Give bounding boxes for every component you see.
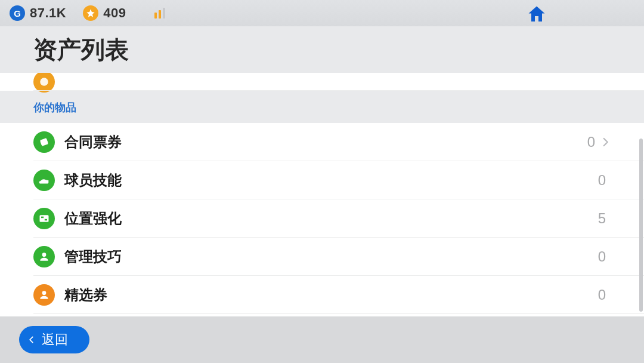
list-item[interactable]: 管理技巧0 [0,238,644,276]
position-icon [33,208,55,229]
asset-list: 你的物品 合同票券0球员技能0位置强化5管理技巧0精选券0 [0,73,644,316]
chevron-right-icon [600,134,611,150]
g-coin-icon: G [10,5,25,21]
bottom-bar: 返回 [0,316,644,363]
list-item-value: 0 [594,287,606,303]
svg-rect-2 [40,215,49,222]
chevron-left-icon [27,333,36,346]
svg-point-5 [42,253,47,257]
list-item[interactable]: 位置强化5 [0,199,644,238]
home-button[interactable] [525,4,549,25]
list-item-label: 精选券 [64,285,594,304]
list-item-value: 5 [594,210,606,227]
page-title: 资产列表 [33,33,129,66]
signal-icon [154,8,165,19]
currency-star: 409 [83,5,126,21]
boot-icon [33,170,55,191]
list-item-label: 合同票券 [64,133,583,152]
svg-point-0 [40,78,48,86]
list-item-value: 0 [583,134,595,150]
list-item[interactable]: 合同票券0 [0,123,644,161]
section-header-your-items: 你的物品 [0,91,644,123]
page-header: 资产列表 [0,26,644,73]
list-item-label: 管理技巧 [64,247,594,266]
ticket-icon [33,131,55,153]
list-item[interactable]: 球员技能0 [0,161,644,199]
svg-rect-1 [40,139,48,146]
list-item-partial[interactable] [0,73,644,91]
scrollbar[interactable] [639,139,643,312]
back-button[interactable]: 返回 [19,326,89,353]
currency-g: G 87.1K [10,5,66,21]
svg-rect-4 [45,219,47,221]
back-button-label: 返回 [42,331,68,349]
featured-icon [33,284,55,306]
list-item-label: 位置强化 [64,209,594,228]
currency-g-value: 87.1K [30,5,66,21]
currency-star-value: 409 [103,5,126,21]
star-coin-icon [83,5,98,21]
list-item-value: 0 [594,172,606,189]
list-item-value: 0 [594,248,606,265]
manager-icon [33,246,55,267]
svg-rect-3 [41,217,44,219]
list-item[interactable]: 精选券0 [0,276,644,314]
svg-point-6 [42,291,47,295]
list-item-label: 球员技能 [64,171,594,190]
top-status-bar: G 87.1K 409 [0,0,644,26]
coin-icon [33,73,55,93]
